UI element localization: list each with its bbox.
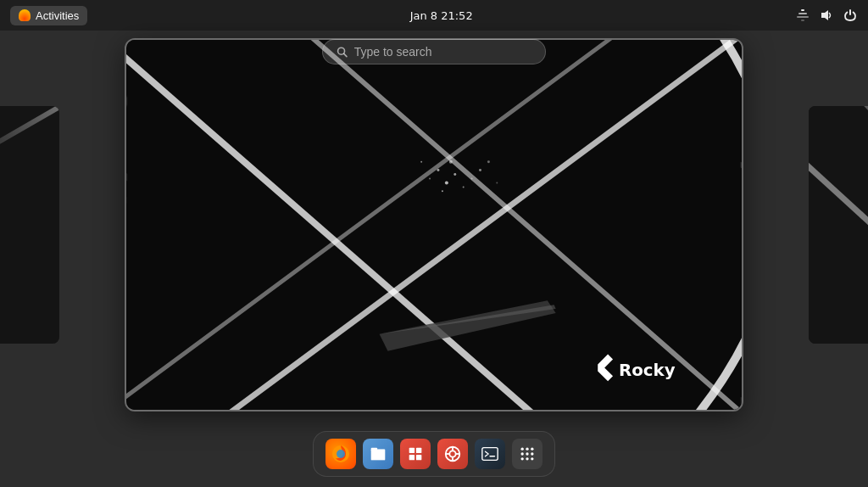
wallpaper: Rocky [126, 40, 742, 410]
svg-rect-34 [409, 455, 415, 460]
svg-point-16 [471, 178, 473, 180]
dock-firefox-icon[interactable] [326, 439, 356, 469]
svg-point-45 [526, 448, 528, 451]
svg-point-37 [449, 451, 455, 456]
svg-text:Rocky: Rocky [619, 361, 676, 380]
svg-point-46 [531, 448, 533, 451]
workspace-area: Rocky [0, 31, 868, 419]
svg-rect-35 [416, 455, 421, 460]
activities-button[interactable]: Activities [10, 6, 87, 25]
workspace-left-thumbnail[interactable] [0, 106, 59, 344]
volume-icon[interactable] [819, 8, 834, 23]
search-input[interactable] [354, 45, 531, 59]
svg-rect-1 [798, 13, 807, 14]
dock [313, 431, 555, 477]
svg-rect-33 [416, 448, 421, 453]
search-icon [337, 46, 348, 58]
svg-point-50 [521, 457, 524, 460]
svg-point-15 [437, 169, 439, 171]
workspace-right-thumbnail[interactable] [809, 106, 868, 344]
svg-point-17 [449, 160, 453, 164]
svg-rect-7 [127, 40, 740, 410]
svg-rect-31 [371, 450, 386, 461]
svg-point-48 [526, 452, 528, 455]
svg-rect-0 [801, 9, 804, 11]
svg-line-6 [344, 53, 347, 56]
top-bar: Activities Jan 8 21:52 [0, 0, 868, 31]
decorative-line [0, 106, 59, 170]
svg-point-21 [496, 182, 498, 183]
wallpaper-svg: Rocky [126, 40, 742, 410]
activities-icon [19, 9, 31, 21]
svg-point-14 [463, 186, 465, 188]
svg-point-52 [531, 457, 533, 460]
svg-point-49 [531, 452, 533, 455]
svg-rect-3 [801, 20, 804, 21]
svg-point-44 [521, 448, 524, 451]
svg-point-13 [453, 173, 456, 176]
activities-label: Activities [36, 9, 79, 22]
svg-rect-42 [482, 448, 498, 461]
left-wallpaper [0, 106, 59, 344]
right-wallpaper [809, 106, 868, 344]
svg-point-22 [487, 160, 490, 163]
svg-marker-4 [821, 10, 828, 20]
system-tray [795, 8, 858, 23]
svg-point-51 [526, 457, 528, 460]
datetime-display: Jan 8 21:52 [410, 9, 473, 22]
svg-rect-2 [797, 16, 809, 18]
search-container [322, 39, 546, 64]
svg-point-12 [445, 181, 448, 184]
svg-rect-32 [409, 448, 415, 453]
dock-terminal-icon[interactable] [475, 439, 505, 469]
svg-point-19 [479, 169, 481, 171]
dock-software-icon[interactable] [400, 439, 431, 469]
svg-point-47 [521, 452, 524, 455]
power-icon[interactable] [843, 8, 858, 23]
svg-point-18 [442, 190, 443, 192]
network-icon[interactable] [795, 8, 810, 23]
right-wallpaper-svg [809, 106, 868, 344]
svg-point-29 [337, 450, 345, 458]
dock-help-icon[interactable] [437, 439, 468, 469]
workspace-main-thumbnail[interactable]: Rocky [125, 38, 743, 411]
dock-files-icon[interactable] [363, 439, 393, 469]
svg-point-23 [420, 161, 422, 163]
dock-appgrid-icon[interactable] [512, 439, 542, 469]
svg-rect-25 [809, 106, 868, 344]
search-bar[interactable] [322, 39, 546, 64]
svg-point-20 [429, 178, 431, 180]
